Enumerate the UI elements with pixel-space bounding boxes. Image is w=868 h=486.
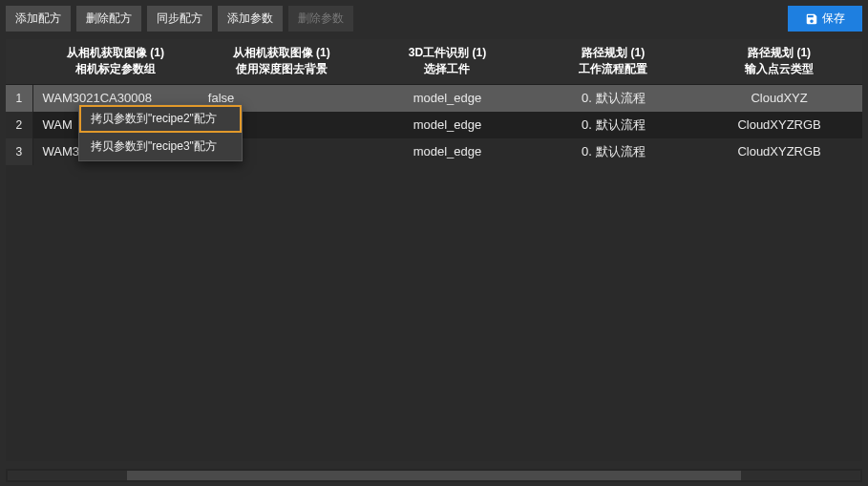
col-header-1[interactable]: 从相机获取图像 (1) 使用深度图去背景 (199, 39, 365, 84)
table-scroll[interactable]: 从相机获取图像 (1) 相机标定参数组 从相机获取图像 (1) 使用深度图去背景… (6, 39, 862, 461)
row-number: 1 (6, 84, 32, 112)
row-number: 3 (6, 138, 32, 165)
cell[interactable]: 0. 默认流程 (530, 84, 696, 112)
save-icon (805, 12, 818, 26)
table-header-row: 从相机获取图像 (1) 相机标定参数组 从相机获取图像 (1) 使用深度图去背景… (6, 39, 862, 84)
cell[interactable]: CloudXYZ (696, 84, 862, 112)
sync-recipes-button[interactable]: 同步配方 (147, 6, 212, 32)
col-header-1-line1: 从相机获取图像 (1) (202, 45, 361, 61)
col-header-3[interactable]: 路径规划 (1) 工作流程配置 (530, 39, 696, 84)
col-header-3-line2: 工作流程配置 (534, 61, 692, 77)
col-header-4[interactable]: 路径规划 (1) 输入点云类型 (696, 39, 862, 84)
row-number: 2 (6, 112, 32, 138)
cell[interactable]: 0. 默认流程 (530, 112, 696, 138)
context-menu-item-copy-recipe2[interactable]: 拷贝参数到"recipe2"配方 (79, 105, 242, 133)
delete-param-button: 删除参数 (288, 6, 353, 32)
col-header-2-line2: 选择工件 (369, 61, 527, 77)
add-recipe-button[interactable]: 添加配方 (6, 6, 71, 32)
context-menu-item-copy-recipe3[interactable]: 拷贝参数到"recipe3"配方 (79, 133, 242, 160)
col-header-0-line1: 从相机获取图像 (1) (36, 45, 195, 61)
delete-recipe-button[interactable]: 删除配方 (76, 6, 141, 32)
app-root: 添加配方 删除配方 同步配方 添加参数 删除参数 保存 (0, 0, 868, 486)
toolbar: 添加配方 删除配方 同步配方 添加参数 删除参数 保存 (0, 0, 868, 37)
cell[interactable]: model_edge (365, 112, 531, 138)
save-button-label: 保存 (822, 11, 845, 27)
col-header-0-line2: 相机标定参数组 (36, 61, 195, 77)
h-scroll-track (8, 471, 860, 480)
cell[interactable]: 0. 默认流程 (530, 138, 696, 165)
cell[interactable]: model_edge (365, 138, 531, 165)
horizontal-scrollbar[interactable] (6, 469, 862, 482)
cell[interactable]: CloudXYZRGB (696, 138, 862, 165)
add-param-button[interactable]: 添加参数 (218, 6, 283, 32)
col-header-4-line2: 输入点云类型 (700, 61, 858, 77)
save-button[interactable]: 保存 (788, 6, 862, 32)
context-menu: 拷贝参数到"recipe2"配方 拷贝参数到"recipe3"配方 (78, 104, 243, 161)
col-header-num (6, 39, 32, 84)
cell[interactable]: model_edge (365, 84, 531, 112)
col-header-2[interactable]: 3D工件识别 (1) 选择工件 (365, 39, 531, 84)
h-scroll-thumb[interactable] (127, 471, 741, 480)
col-header-3-line1: 路径规划 (1) (534, 45, 692, 61)
col-header-2-line1: 3D工件识别 (1) (369, 45, 527, 61)
col-header-1-line2: 使用深度图去背景 (202, 61, 361, 77)
col-header-0[interactable]: 从相机获取图像 (1) 相机标定参数组 (32, 39, 199, 84)
table-container: 从相机获取图像 (1) 相机标定参数组 从相机获取图像 (1) 使用深度图去背景… (6, 39, 862, 461)
col-header-4-line1: 路径规划 (1) (700, 45, 858, 61)
cell[interactable]: CloudXYZRGB (696, 112, 862, 138)
